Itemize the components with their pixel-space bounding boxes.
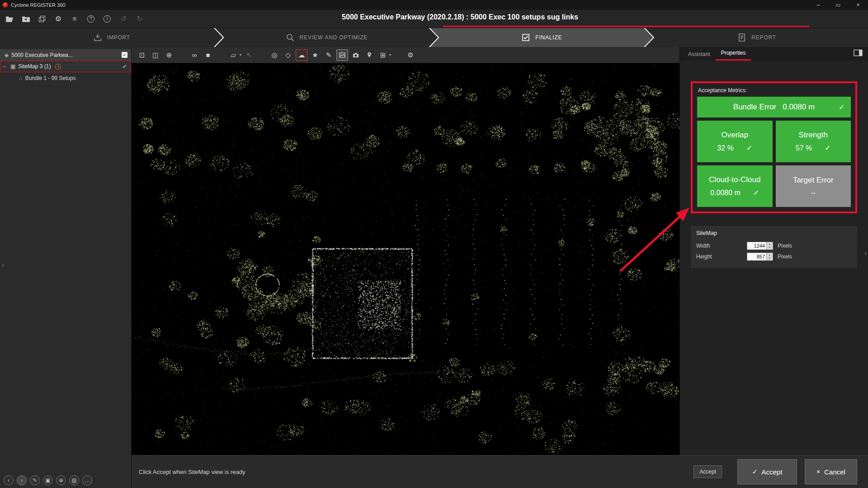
report-icon [737,33,747,42]
grid-dropdown-caret[interactable]: ▾ [389,53,391,57]
canvas-toolbar: ⊡ ◫ ⊕ ∞ ■ ▱▾ ↖ ◎ ◇ ☁ ★ ✎ [132,47,679,63]
window-select-icon[interactable]: ◫ [150,49,161,61]
help-icon[interactable]: ? [86,14,96,24]
bundle-icon: ∴ [19,75,23,81]
workflow-tabbar: IMPORT REVIEW AND OPTIMIZE FINALIZE REPO… [0,28,868,47]
link-icon[interactable]: ∞ [189,49,200,61]
annotate-pen-icon[interactable]: ✎ [323,49,335,61]
accept-button[interactable]: ✓ Accept [737,459,797,484]
open-folder-icon[interactable] [5,14,14,24]
width-label: Width [696,243,747,249]
tree-item-bundle-label: Bundle 1 - 99 Setups [25,75,76,81]
status-bar: Click Accept when SiteMap view is ready … [132,455,868,488]
setups-star-icon[interactable]: ★ [309,49,321,61]
tab-properties[interactable]: Properties [716,47,751,61]
overlap-value: 32 % [717,144,733,152]
redo-icon[interactable]: ↻ [135,14,145,24]
screen-view-button[interactable]: ▤ [69,475,79,485]
height-unit-label: Pixels [778,253,792,260]
project-title: 5000 Executive Parkway (2020.2.18) : 500… [342,13,578,21]
strength-label: Strength [799,131,828,140]
project-checkbox[interactable]: ✓ [122,52,127,58]
layers-icon[interactable] [37,14,47,24]
cloud-to-cloud-metric: Cloud-to-Cloud 0.0080 m ✓ [697,165,773,207]
width-stepper[interactable]: ▴▾ [767,242,773,250]
info-icon[interactable]: i [102,14,112,24]
minimize-button[interactable]: – [808,0,828,10]
tree-item-sitemap[interactable]: ▾ ▦ SiteMap 3 (1) ! ✓ [0,61,131,72]
panel-layout-icon[interactable] [854,49,863,58]
cloud-to-cloud-label: Cloud-to-Cloud [709,175,760,184]
strength-metric: Strength 57 % ✓ [776,121,851,162]
nav-next-button[interactable]: › [17,475,27,485]
status-message: Click Accept when SiteMap view is ready [139,469,693,475]
nav-previous-button[interactable]: ‹ [4,475,14,485]
expand-arrow-icon[interactable]: ▾ [3,64,8,69]
annotation-title-underline [443,26,809,27]
sitemap-check-icon[interactable]: ✓ [123,63,127,70]
zoom-button[interactable]: ⊕ [56,475,66,485]
window-title: Cyclone REGISTER 360 [11,2,65,8]
tree-item-bundle[interactable]: ∴ Bundle 1 - 99 Setups [0,72,131,84]
sitemap-canvas-area: ⊡ ◫ ⊕ ∞ ■ ▱▾ ↖ ◎ ◇ ☁ ★ ✎ [132,47,679,455]
accept-check-icon: ✓ [752,468,758,475]
undo-icon[interactable]: ↺ [118,14,128,24]
target-error-label: Target Error [793,176,834,185]
ruler-dropdown-caret[interactable]: ▾ [240,53,241,57]
tab-review-and-optimize[interactable]: REVIEW AND OPTIMIZE [215,28,438,47]
settings-gear-icon[interactable]: ⚙ [53,14,63,24]
cancel-button[interactable]: × Cancel [805,459,857,484]
annotation-acceptance-metrics-box: Acceptance Metrics: Bundle Error 0.0080 … [691,81,857,213]
sitemap-heading: SiteMap [696,230,852,236]
sidebar-footer-toolbar: ‹ › ✎ ▣ ⊕ ▤ … [4,475,92,485]
more-options-button[interactable]: … [82,475,92,485]
width-unit-label: Pixels [778,243,792,249]
import-folder-icon[interactable] [21,14,31,24]
list-icon[interactable]: ≡ [70,14,80,24]
tile-view-button[interactable]: ▣ [43,475,53,485]
tab-import[interactable]: IMPORT [0,28,223,47]
tree-item-sitemap-label: SiteMap 3 (1) [18,63,51,70]
point-cloud-icon[interactable]: ☁ [296,49,307,61]
adjust-settings-icon[interactable]: ⚙ [405,49,416,61]
pick-cloud-icon[interactable]: ⊡ [136,49,148,61]
edit-button[interactable]: ✎ [30,475,40,485]
tag-icon[interactable]: ◇ [282,49,294,61]
width-input[interactable] [747,242,767,250]
cancel-cross-icon: × [816,468,820,475]
app-logo-icon [3,2,8,8]
cursor-select-icon[interactable]: ↖ [243,49,255,61]
grid-view-icon[interactable]: ⊞ [377,49,389,61]
target-icon[interactable]: ◎ [269,49,280,61]
point-cloud-viewport[interactable] [132,63,679,455]
accept-small-button[interactable]: Accept [693,465,722,478]
black-square-icon[interactable]: ■ [202,49,214,61]
height-input[interactable] [747,253,767,261]
restore-button[interactable]: ▭ [828,0,848,10]
tab-report[interactable]: REPORT [645,28,868,47]
sidebar-collapse-handle[interactable]: › [2,261,4,268]
sitemap-width-row: Width ▴▾ Pixels [696,240,852,251]
tab-finalize[interactable]: FINALIZE [430,28,653,47]
tab-assistant[interactable]: Assistant [683,48,716,61]
measure-ruler-icon[interactable]: ▱ [227,49,239,61]
review-icon [285,33,295,42]
import-icon [93,33,103,42]
strength-check-icon: ✓ [825,144,830,152]
finalize-icon [521,33,531,42]
close-button[interactable]: × [848,0,868,10]
properties-panel: Assistant Properties Acceptance Metrics:… [679,47,868,455]
panel-collapse-handle[interactable]: ‹ [864,249,867,257]
overlap-label: Overlap [721,131,748,140]
project-icon: ◈ [5,52,9,58]
cloud-to-cloud-check-icon: ✓ [753,188,759,197]
main-toolbar: ⚙ ≡ ? i ↺ ↻ 5000 Executive Parkway (2020… [0,10,868,28]
image-view-icon[interactable] [336,49,348,61]
zoom-window-icon[interactable]: ⊕ [163,49,175,61]
tree-item-project[interactable]: ◈ 5000 Executive Parkwa... ✓ [0,49,131,61]
pin-icon[interactable] [363,49,375,61]
project-tree-sidebar: ◈ 5000 Executive Parkwa... ✓ ▾ ▦ SiteMap… [0,47,132,488]
camera-icon[interactable] [350,49,362,61]
height-stepper[interactable]: ▴▾ [767,253,773,261]
bundle-error-metric: Bundle Error 0.0080 m ✓ [697,97,851,117]
